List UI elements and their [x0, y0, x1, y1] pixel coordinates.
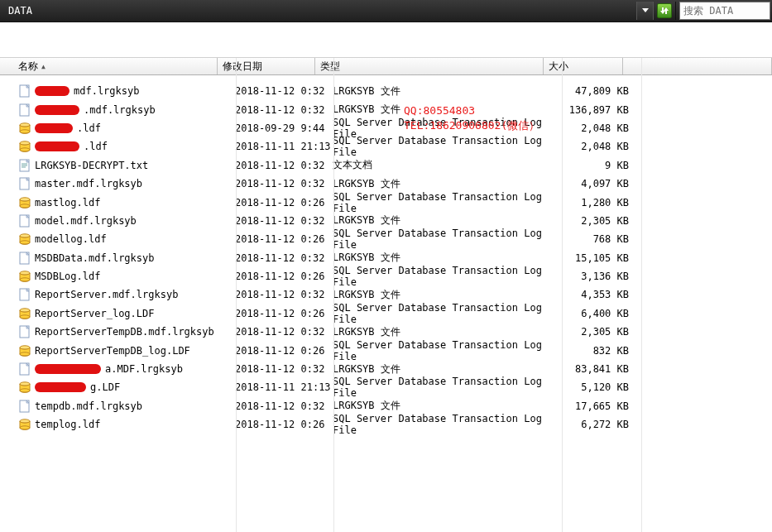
file-size-cell: 768 KB [561, 233, 640, 245]
page-file-icon [18, 252, 31, 265]
file-size-cell: 3,136 KB [561, 271, 640, 282]
redacted-segment [35, 382, 86, 392]
file-name-label: master.mdf.lrgksyb [35, 178, 142, 189]
db-file-icon [18, 344, 31, 357]
file-size-cell: 4,097 KB [561, 178, 640, 189]
redacted-segment [35, 141, 79, 151]
file-date-cell: 2018-11-12 0:26 [235, 197, 333, 208]
address-toolbar: DATA [0, 0, 772, 22]
file-date-cell: 2018-11-12 0:32 [235, 289, 333, 300]
refresh-button[interactable] [653, 2, 676, 20]
file-row[interactable]: g.LDF2018-11-11 21:13SQL Server Database… [0, 378, 772, 396]
file-name-label: g.LDF [90, 381, 120, 393]
file-type-cell: LRGKSYB 文件 [333, 362, 561, 376]
page-file-icon [18, 288, 31, 301]
file-name-label: .mdf.lrgksyb [84, 104, 156, 116]
file-date-cell: 2018-11-12 0:26 [235, 345, 333, 357]
redacted-segment [35, 364, 101, 374]
column-header-size[interactable]: 大小 [544, 58, 623, 74]
file-row[interactable]: .ldf2018-11-11 21:13SQL Server Database … [0, 137, 772, 156]
page-file-icon [18, 84, 31, 98]
file-row[interactable]: templog.ldf2018-11-12 0:26SQL Server Dat… [0, 415, 772, 434]
txt-file-icon [18, 159, 31, 172]
file-type-cell: SQL Server Database Transaction Log File [333, 302, 561, 325]
page-file-icon [18, 103, 31, 117]
file-name-cell: ReportServer_log.LDF [18, 307, 235, 320]
file-row[interactable]: ReportServer_log.LDF2018-11-12 0:26SQL S… [0, 304, 772, 323]
file-size-cell: 83,841 KB [561, 363, 640, 375]
breadcrumb[interactable]: DATA [0, 5, 636, 17]
file-type-cell: LRGKSYB 文件 [333, 251, 561, 265]
file-name-cell: a.MDF.lrgksyb [18, 362, 235, 376]
file-name-label: modellog.ldf [35, 233, 107, 245]
column-divider [333, 58, 334, 532]
page-file-icon [18, 214, 31, 228]
file-type-cell: 文本文档 [333, 158, 561, 172]
file-size-cell: 5,120 KB [561, 381, 640, 393]
file-date-cell: 2018-11-12 0:32 [235, 363, 333, 375]
file-size-cell: 136,897 KB [561, 104, 640, 116]
file-row[interactable]: ReportServerTempDB_log.LDF2018-11-12 0:2… [0, 341, 772, 359]
file-row[interactable]: LRGKSYB-DECRYPT.txt2018-11-12 0:32文本文档9 … [0, 156, 772, 175]
file-type-cell: SQL Server Database Transaction Log File [333, 265, 561, 288]
db-file-icon [18, 196, 31, 209]
column-divider [641, 58, 642, 532]
history-dropdown-button[interactable] [636, 2, 653, 20]
file-type-cell: LRGKSYB 文件 [333, 177, 561, 191]
file-date-cell: 2018-11-11 21:13 [235, 381, 333, 393]
search-box[interactable] [679, 2, 770, 20]
db-file-icon [18, 307, 31, 320]
file-date-cell: 2018-11-12 0:32 [235, 178, 333, 189]
file-name-label: ReportServerTempDB.mdf.lrgksyb [35, 326, 214, 338]
column-header-type[interactable]: 类型 [315, 58, 544, 74]
page-file-icon [18, 362, 31, 376]
file-name-label: a.MDF.lrgksyb [105, 363, 183, 375]
file-row[interactable]: mastlog.ldf2018-11-12 0:26SQL Server Dat… [0, 193, 772, 211]
file-size-cell: 2,048 KB [561, 141, 640, 152]
file-size-cell: 9 KB [561, 160, 640, 171]
redacted-segment [35, 105, 79, 115]
file-row[interactable]: MSDBLog.ldf2018-11-12 0:26SQL Server Dat… [0, 267, 772, 285]
refresh-icon [657, 3, 672, 18]
toolbar-spacer [0, 22, 772, 57]
file-name-cell: .mdf.lrgksyb [18, 103, 235, 117]
file-name-label: ReportServerTempDB_log.LDF [35, 345, 190, 357]
search-input[interactable] [683, 5, 770, 17]
file-type-cell: SQL Server Database Transaction Log File [333, 376, 561, 399]
db-file-icon [18, 232, 31, 246]
redacted-segment [35, 86, 70, 96]
column-header-extra[interactable] [623, 58, 772, 74]
file-name-label: model.mdf.lrgksyb [35, 215, 137, 227]
column-header-name[interactable]: 名称 ▲ [0, 58, 218, 74]
file-name-label: tempdb.mdf.lrgksyb [35, 400, 142, 412]
file-date-cell: 2018-11-12 0:26 [235, 308, 333, 319]
file-name-label: .ldf [84, 141, 108, 152]
file-date-cell: 2018-11-12 0:32 [235, 252, 333, 264]
file-name-label: templog.ldf [35, 419, 100, 430]
page-file-icon [18, 400, 31, 413]
file-type-cell: LRGKSYB 文件 [333, 84, 561, 98]
file-date-cell: 2018-11-12 0:26 [235, 419, 333, 430]
file-size-cell: 47,809 KB [561, 85, 640, 97]
file-name-cell: MSDBLog.ldf [18, 270, 235, 283]
file-name-cell: mdf.lrgksyb [18, 84, 235, 98]
file-type-cell: SQL Server Database Transaction Log File [333, 135, 561, 158]
file-date-cell: 2018-11-12 0:32 [235, 85, 333, 97]
page-file-icon [18, 177, 31, 190]
file-type-cell: SQL Server Database Transaction Log File [333, 413, 561, 436]
sort-asc-icon: ▲ [41, 63, 46, 70]
page-file-icon [18, 325, 31, 338]
file-row[interactable]: modellog.ldf2018-11-12 0:26SQL Server Da… [0, 230, 772, 248]
file-row[interactable]: mdf.lrgksyb2018-11-12 0:32LRGKSYB 文件47,8… [0, 82, 772, 100]
file-name-cell: mastlog.ldf [18, 196, 235, 209]
column-divider [562, 58, 563, 532]
file-date-cell: 2018-11-12 0:26 [235, 233, 333, 245]
file-name-label: MSDBLog.ldf [35, 271, 100, 282]
file-size-cell: 2,305 KB [561, 326, 640, 338]
db-file-icon [18, 418, 31, 431]
db-file-icon [18, 381, 31, 394]
file-name-cell: .ldf [18, 122, 235, 135]
file-size-cell: 1,280 KB [561, 197, 640, 208]
file-date-cell: 2018-11-12 0:32 [235, 215, 333, 227]
column-header-date[interactable]: 修改日期 [218, 58, 315, 74]
